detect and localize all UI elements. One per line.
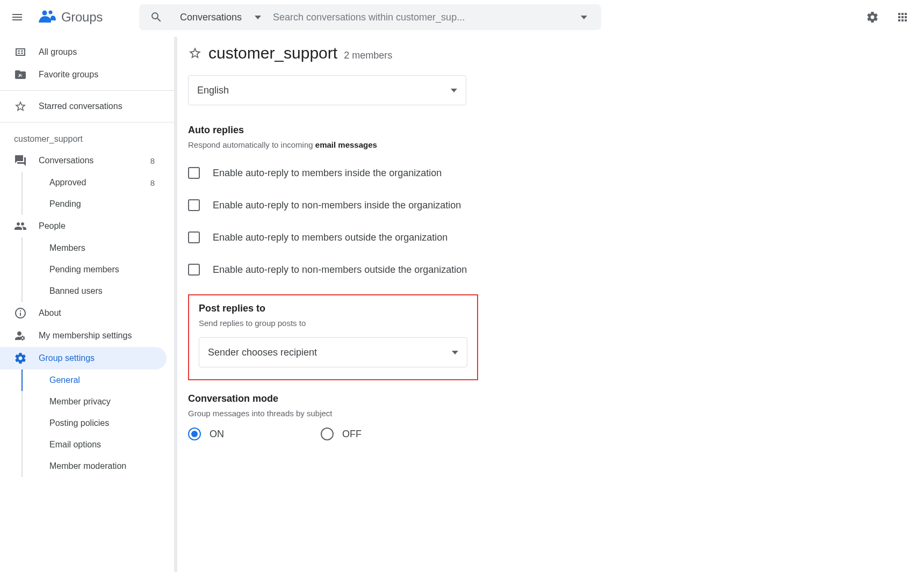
chevron-down-icon xyxy=(581,16,587,19)
auto-replies-title: Auto replies xyxy=(188,125,903,136)
folder-star-icon xyxy=(14,68,27,81)
sidebar-item-label: Conversations xyxy=(39,156,139,165)
sidebar-item-all-groups[interactable]: All groups xyxy=(0,41,167,63)
radio-label: ON xyxy=(210,429,224,440)
sidebar-item-starred-conversations[interactable]: Starred conversations xyxy=(0,95,167,118)
search-button[interactable] xyxy=(143,11,169,24)
search-input[interactable] xyxy=(272,11,567,24)
search-icon xyxy=(150,11,163,24)
sidebar-item-label: Group settings xyxy=(39,353,158,363)
auto-reply-option-3[interactable]: Enable auto-reply to members outside the… xyxy=(188,223,903,251)
star-group-button[interactable] xyxy=(188,46,202,60)
conversation-mode-off[interactable]: OFF xyxy=(321,428,362,440)
sidebar-sub-member-privacy[interactable]: Member privacy xyxy=(0,391,167,412)
search-scope-label: Conversations xyxy=(180,12,242,23)
sidebar-item-label: Member privacy xyxy=(49,397,158,407)
sidebar-sub-approved[interactable]: Approved 8 xyxy=(0,172,167,193)
sidebar-group-name: customer_support xyxy=(0,127,174,149)
groups-icon xyxy=(14,46,27,59)
sidebar-item-label: My membership settings xyxy=(39,331,158,341)
svg-point-1 xyxy=(49,11,53,15)
post-replies-title: Post replies to xyxy=(199,303,467,314)
sidebar-item-group-settings[interactable]: Group settings xyxy=(0,347,167,370)
forum-icon xyxy=(14,154,27,167)
search-scope-dropdown[interactable]: Conversations xyxy=(174,12,268,23)
product-logo[interactable]: Groups xyxy=(37,6,103,28)
sidebar-sub-pending-members[interactable]: Pending members xyxy=(0,259,167,280)
sidebar-item-label: Approved xyxy=(49,178,150,187)
count-badge: 8 xyxy=(150,178,155,187)
conversation-mode-subtitle: Group messages into threads by subject xyxy=(188,409,903,418)
divider xyxy=(0,122,174,122)
checkbox-label: Enable auto-reply to members outside the… xyxy=(213,232,447,243)
checkbox-label: Enable auto-reply to non-members inside … xyxy=(213,200,461,211)
settings-button[interactable] xyxy=(860,4,885,30)
apps-button[interactable] xyxy=(890,4,915,30)
sidebar-sub-posting-policies[interactable]: Posting policies xyxy=(0,412,167,434)
auto-reply-option-1[interactable]: Enable auto-reply to members inside the … xyxy=(188,159,903,187)
checkbox[interactable] xyxy=(188,199,200,211)
apps-grid-icon xyxy=(896,11,909,24)
sidebar-item-about[interactable]: About xyxy=(0,302,167,324)
main-menu-button[interactable] xyxy=(4,4,30,30)
hamburger-icon xyxy=(11,11,24,24)
groups-logo-icon xyxy=(37,6,58,28)
search-bar: Conversations xyxy=(139,4,601,30)
post-replies-select-value: Sender chooses recipient xyxy=(208,347,317,358)
divider xyxy=(0,90,174,91)
product-name: Groups xyxy=(61,10,103,25)
info-icon xyxy=(14,307,27,320)
svg-point-0 xyxy=(42,11,47,16)
person-gear-icon xyxy=(14,329,27,342)
sidebar: All groups Favorite groups Starred conve… xyxy=(0,34,174,572)
gear-icon xyxy=(14,352,27,365)
sidebar-item-label: Email options xyxy=(49,440,158,450)
sidebar-item-label: Member moderation xyxy=(49,461,158,471)
sidebar-item-label: Favorite groups xyxy=(39,70,158,79)
sidebar-item-label: People xyxy=(39,221,158,231)
checkbox-label: Enable auto-reply to non-members outside… xyxy=(213,264,467,276)
gear-icon xyxy=(866,11,879,24)
conversation-mode-title: Conversation mode xyxy=(188,393,903,404)
member-count: 2 members xyxy=(344,50,392,61)
auto-reply-option-4[interactable]: Enable auto-reply to non-members outside… xyxy=(188,256,903,284)
search-options-dropdown[interactable] xyxy=(571,16,597,19)
language-select[interactable]: English xyxy=(188,75,466,105)
auto-reply-option-2[interactable]: Enable auto-reply to non-members inside … xyxy=(188,191,903,219)
sidebar-item-label: Members xyxy=(49,243,158,253)
sidebar-item-people[interactable]: People xyxy=(0,215,167,237)
scrollbar[interactable] xyxy=(174,37,177,572)
checkbox[interactable] xyxy=(188,264,200,276)
checkbox[interactable] xyxy=(188,231,200,243)
radio-button[interactable] xyxy=(321,428,334,440)
sidebar-sub-general[interactable]: General xyxy=(0,370,167,391)
sidebar-item-membership-settings[interactable]: My membership settings xyxy=(0,324,167,347)
language-select-value: English xyxy=(197,85,229,96)
sidebar-sub-email-options[interactable]: Email options xyxy=(0,434,167,455)
sidebar-sub-member-moderation[interactable]: Member moderation xyxy=(0,455,167,477)
sidebar-item-favorite-groups[interactable]: Favorite groups xyxy=(0,63,167,86)
star-outline-icon xyxy=(188,46,202,60)
checkbox-label: Enable auto-reply to members inside the … xyxy=(213,168,442,179)
checkbox[interactable] xyxy=(188,167,200,179)
radio-label: OFF xyxy=(342,429,362,440)
count-badge: 8 xyxy=(150,156,155,165)
sidebar-sub-members[interactable]: Members xyxy=(0,237,167,259)
chevron-down-icon xyxy=(452,351,458,354)
post-replies-select[interactable]: Sender chooses recipient xyxy=(199,337,467,367)
sidebar-sub-pending[interactable]: Pending xyxy=(0,193,167,215)
group-title: customer_support xyxy=(208,44,337,62)
people-icon xyxy=(14,220,27,233)
sidebar-item-conversations[interactable]: Conversations 8 xyxy=(0,149,167,172)
sidebar-item-label: About xyxy=(39,308,158,318)
sidebar-item-label: All groups xyxy=(39,47,158,57)
star-outline-icon xyxy=(14,100,27,113)
conversation-mode-on[interactable]: ON xyxy=(188,428,224,440)
auto-replies-subtitle: Respond automatically to incoming email … xyxy=(188,140,903,149)
radio-button[interactable] xyxy=(188,428,201,440)
post-replies-section: Post replies to Send replies to group po… xyxy=(188,294,478,380)
sidebar-item-label: Starred conversations xyxy=(39,102,158,111)
post-replies-subtitle: Send replies to group posts to xyxy=(199,318,467,328)
sidebar-sub-banned-users[interactable]: Banned users xyxy=(0,280,167,302)
sidebar-item-label: Pending members xyxy=(49,265,158,274)
